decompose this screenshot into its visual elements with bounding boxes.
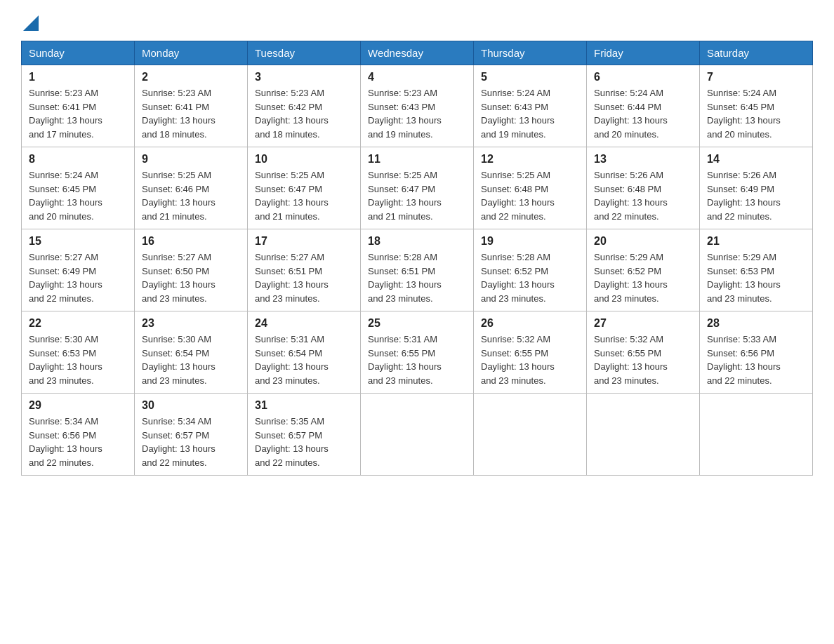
- calendar-cell: 7 Sunrise: 5:24 AM Sunset: 6:45 PM Dayli…: [700, 65, 813, 147]
- day-number: 13: [594, 153, 692, 166]
- day-info: Sunrise: 5:25 AM Sunset: 6:47 PM Dayligh…: [368, 168, 466, 223]
- day-number: 12: [481, 153, 579, 166]
- calendar-table: SundayMondayTuesdayWednesdayThursdayFrid…: [21, 41, 813, 476]
- day-info: Sunrise: 5:25 AM Sunset: 6:47 PM Dayligh…: [255, 168, 353, 223]
- calendar-cell: 13 Sunrise: 5:26 AM Sunset: 6:48 PM Dayl…: [587, 147, 700, 229]
- day-info: Sunrise: 5:29 AM Sunset: 6:53 PM Dayligh…: [707, 250, 805, 305]
- day-info: Sunrise: 5:25 AM Sunset: 6:48 PM Dayligh…: [481, 168, 579, 223]
- weekday-header-saturday: Saturday: [700, 41, 813, 65]
- day-number: 21: [707, 235, 805, 248]
- day-info: Sunrise: 5:24 AM Sunset: 6:43 PM Dayligh…: [481, 86, 579, 141]
- day-number: 25: [368, 317, 466, 330]
- day-number: 26: [481, 317, 579, 330]
- calendar-cell: 8 Sunrise: 5:24 AM Sunset: 6:45 PM Dayli…: [22, 147, 135, 229]
- weekday-header-tuesday: Tuesday: [248, 41, 361, 65]
- day-info: Sunrise: 5:26 AM Sunset: 6:49 PM Dayligh…: [707, 168, 805, 223]
- calendar-cell: [361, 394, 474, 476]
- calendar-week-row: 29 Sunrise: 5:34 AM Sunset: 6:56 PM Dayl…: [22, 394, 813, 476]
- day-number: 22: [29, 317, 127, 330]
- calendar-cell: 27 Sunrise: 5:32 AM Sunset: 6:55 PM Dayl…: [587, 311, 700, 394]
- day-number: 9: [142, 153, 240, 166]
- day-info: Sunrise: 5:31 AM Sunset: 6:54 PM Dayligh…: [255, 333, 353, 387]
- day-number: 15: [29, 235, 127, 248]
- day-info: Sunrise: 5:23 AM Sunset: 6:41 PM Dayligh…: [29, 86, 127, 141]
- day-info: Sunrise: 5:35 AM Sunset: 6:57 PM Dayligh…: [255, 415, 353, 469]
- day-info: Sunrise: 5:32 AM Sunset: 6:55 PM Dayligh…: [594, 333, 692, 387]
- day-number: 1: [29, 71, 127, 83]
- day-number: 27: [594, 317, 692, 330]
- day-info: Sunrise: 5:33 AM Sunset: 6:56 PM Dayligh…: [707, 333, 805, 387]
- calendar-week-row: 22 Sunrise: 5:30 AM Sunset: 6:53 PM Dayl…: [22, 311, 813, 394]
- day-info: Sunrise: 5:24 AM Sunset: 6:44 PM Dayligh…: [594, 86, 692, 141]
- day-number: 2: [142, 71, 240, 83]
- calendar-cell: 19 Sunrise: 5:28 AM Sunset: 6:52 PM Dayl…: [474, 229, 587, 311]
- day-info: Sunrise: 5:34 AM Sunset: 6:57 PM Dayligh…: [142, 415, 240, 469]
- day-number: 7: [707, 71, 805, 83]
- svg-marker-0: [23, 15, 39, 31]
- day-info: Sunrise: 5:34 AM Sunset: 6:56 PM Dayligh…: [29, 415, 127, 469]
- day-info: Sunrise: 5:27 AM Sunset: 6:49 PM Dayligh…: [29, 250, 127, 305]
- day-number: 23: [142, 317, 240, 330]
- calendar-cell: [474, 394, 587, 476]
- day-number: 18: [368, 235, 466, 248]
- day-number: 24: [255, 317, 353, 330]
- day-info: Sunrise: 5:30 AM Sunset: 6:54 PM Dayligh…: [142, 333, 240, 387]
- calendar-cell: 4 Sunrise: 5:23 AM Sunset: 6:43 PM Dayli…: [361, 65, 474, 147]
- calendar-cell: 12 Sunrise: 5:25 AM Sunset: 6:48 PM Dayl…: [474, 147, 587, 229]
- day-info: Sunrise: 5:24 AM Sunset: 6:45 PM Dayligh…: [29, 168, 127, 223]
- day-number: 20: [594, 235, 692, 248]
- day-number: 11: [368, 153, 466, 166]
- calendar-cell: 11 Sunrise: 5:25 AM Sunset: 6:47 PM Dayl…: [361, 147, 474, 229]
- weekday-header-monday: Monday: [135, 41, 248, 65]
- day-info: Sunrise: 5:29 AM Sunset: 6:52 PM Dayligh…: [594, 250, 692, 305]
- day-info: Sunrise: 5:23 AM Sunset: 6:42 PM Dayligh…: [255, 86, 353, 141]
- logo-triangle-icon: [23, 15, 39, 31]
- calendar-week-row: 8 Sunrise: 5:24 AM Sunset: 6:45 PM Dayli…: [22, 147, 813, 229]
- weekday-header-sunday: Sunday: [22, 41, 135, 65]
- calendar-cell: 21 Sunrise: 5:29 AM Sunset: 6:53 PM Dayl…: [700, 229, 813, 311]
- calendar-cell: 15 Sunrise: 5:27 AM Sunset: 6:49 PM Dayl…: [22, 229, 135, 311]
- day-info: Sunrise: 5:30 AM Sunset: 6:53 PM Dayligh…: [29, 333, 127, 387]
- calendar-cell: 17 Sunrise: 5:27 AM Sunset: 6:51 PM Dayl…: [248, 229, 361, 311]
- day-number: 14: [707, 153, 805, 166]
- day-info: Sunrise: 5:27 AM Sunset: 6:50 PM Dayligh…: [142, 250, 240, 305]
- calendar-cell: 23 Sunrise: 5:30 AM Sunset: 6:54 PM Dayl…: [135, 311, 248, 394]
- calendar-week-row: 15 Sunrise: 5:27 AM Sunset: 6:49 PM Dayl…: [22, 229, 813, 311]
- calendar-cell: 5 Sunrise: 5:24 AM Sunset: 6:43 PM Dayli…: [474, 65, 587, 147]
- calendar-cell: 31 Sunrise: 5:35 AM Sunset: 6:57 PM Dayl…: [248, 394, 361, 476]
- day-info: Sunrise: 5:23 AM Sunset: 6:43 PM Dayligh…: [368, 86, 466, 141]
- day-number: 29: [29, 399, 127, 412]
- day-number: 10: [255, 153, 353, 166]
- day-number: 5: [481, 71, 579, 83]
- day-info: Sunrise: 5:26 AM Sunset: 6:48 PM Dayligh…: [594, 168, 692, 223]
- calendar-cell: 29 Sunrise: 5:34 AM Sunset: 6:56 PM Dayl…: [22, 394, 135, 476]
- calendar-cell: 20 Sunrise: 5:29 AM Sunset: 6:52 PM Dayl…: [587, 229, 700, 311]
- weekday-header-row: SundayMondayTuesdayWednesdayThursdayFrid…: [22, 41, 813, 65]
- day-info: Sunrise: 5:23 AM Sunset: 6:41 PM Dayligh…: [142, 86, 240, 141]
- day-info: Sunrise: 5:28 AM Sunset: 6:51 PM Dayligh…: [368, 250, 466, 305]
- calendar-cell: 24 Sunrise: 5:31 AM Sunset: 6:54 PM Dayl…: [248, 311, 361, 394]
- calendar-cell: 1 Sunrise: 5:23 AM Sunset: 6:41 PM Dayli…: [22, 65, 135, 147]
- day-number: 8: [29, 153, 127, 166]
- calendar-cell: 16 Sunrise: 5:27 AM Sunset: 6:50 PM Dayl…: [135, 229, 248, 311]
- calendar-cell: 3 Sunrise: 5:23 AM Sunset: 6:42 PM Dayli…: [248, 65, 361, 147]
- logo: [21, 14, 39, 27]
- calendar-cell: 10 Sunrise: 5:25 AM Sunset: 6:47 PM Dayl…: [248, 147, 361, 229]
- day-number: 28: [707, 317, 805, 330]
- day-info: Sunrise: 5:32 AM Sunset: 6:55 PM Dayligh…: [481, 333, 579, 387]
- day-number: 6: [594, 71, 692, 83]
- calendar-cell: 25 Sunrise: 5:31 AM Sunset: 6:55 PM Dayl…: [361, 311, 474, 394]
- calendar-cell: 6 Sunrise: 5:24 AM Sunset: 6:44 PM Dayli…: [587, 65, 700, 147]
- day-number: 30: [142, 399, 240, 412]
- calendar-week-row: 1 Sunrise: 5:23 AM Sunset: 6:41 PM Dayli…: [22, 65, 813, 147]
- day-info: Sunrise: 5:24 AM Sunset: 6:45 PM Dayligh…: [707, 86, 805, 141]
- day-number: 3: [255, 71, 353, 83]
- calendar-cell: 26 Sunrise: 5:32 AM Sunset: 6:55 PM Dayl…: [474, 311, 587, 394]
- calendar-cell: 28 Sunrise: 5:33 AM Sunset: 6:56 PM Dayl…: [700, 311, 813, 394]
- weekday-header-friday: Friday: [587, 41, 700, 65]
- calendar-cell: 30 Sunrise: 5:34 AM Sunset: 6:57 PM Dayl…: [135, 394, 248, 476]
- weekday-header-thursday: Thursday: [474, 41, 587, 65]
- calendar-cell: [587, 394, 700, 476]
- day-number: 17: [255, 235, 353, 248]
- weekday-header-wednesday: Wednesday: [361, 41, 474, 65]
